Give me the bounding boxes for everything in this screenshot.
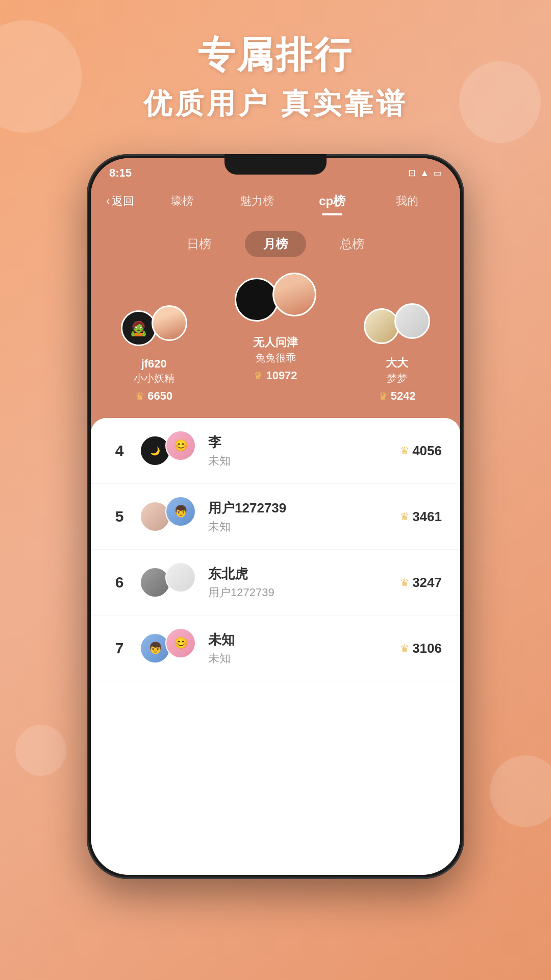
list-4-name2: 未知 [208,453,400,469]
podium-2-av1: 🧟 [121,310,157,346]
podium-1-avatars [235,273,316,329]
list-7-names: 未知 未知 [208,631,400,666]
list-5-score-num: 3461 [412,509,442,525]
list-4-score-num: 4056 [412,443,442,459]
status-icons: ⊡ ▲ ▭ [408,167,442,179]
list-item-4: 4 🌙 😊 李 未知 ♛ 4056 [91,418,460,484]
sub-tab-daily[interactable]: 日榜 [168,231,230,257]
list-4-names: 李 未知 [208,433,400,469]
bg-decoration-2 [459,61,541,143]
podium-rank-1: 无人问津 兔兔很乖 ♛ 10972 [212,273,339,382]
list-5-av2: 👦 [165,496,196,527]
tab-haobang[interactable]: 壕榜 [144,189,219,213]
tab-cpbang[interactable]: cp榜 [295,189,370,213]
list-4-name1: 李 [208,433,400,451]
nav-tabs: ‹ 返回 壕榜 魅力榜 cp榜 我的 [91,184,460,218]
headline-1: 专属排行 [143,31,408,80]
bg-decoration-4 [490,755,551,827]
podium-3-name2: 梦梦 [387,372,407,385]
podium-section: 🧟 jf620 小小妖精 ♛ 6650 [91,273,460,403]
list-4-avatars: 🌙 😊 [140,430,196,471]
podium-2-score: ♛ 6650 [135,389,172,403]
podium-3-avatars [364,303,430,349]
podium-2-name2: 小小妖精 [134,372,174,385]
list-7-name1: 未知 [208,631,400,649]
podium-1-av2 [272,273,316,316]
list-6-crown-icon: ♛ [400,576,409,589]
headline-2: 优质用户 真实靠谱 [143,85,408,124]
list-5-names: 用户1272739 未知 [208,499,400,534]
rank-5: 5 [109,508,130,525]
phone-notch [224,154,327,175]
sub-tab-total[interactable]: 总榜 [321,231,383,257]
list-item-7: 7 👦 😊 未知 未知 ♛ 3106 [91,616,460,681]
list-item-6: 6 东北虎 用户1272739 ♛ 3247 [91,550,460,616]
podium-3-av1 [364,308,399,344]
list-4-crown-icon: ♛ [400,445,409,457]
crown-1-icon: ♛ [254,370,263,382]
phone-mockup: 8:15 ⊡ ▲ ▭ ‹ 返回 壕榜 [87,154,464,879]
podium-2-name1: jf620 [141,357,167,371]
podium-rank-2: 🧟 jf620 小小妖精 ♛ 6650 [101,305,207,403]
podium-1-score-num: 10972 [266,369,297,382]
back-label: 返回 [112,193,134,209]
podium-3-score-num: 5242 [391,389,416,403]
podium-1-score: ♛ 10972 [254,369,297,382]
list-6-avatars [140,562,196,603]
wifi-icon: ▲ [420,168,429,179]
crown-3-icon: ♛ [379,390,388,402]
list-7-name2: 未知 [208,651,400,666]
bg-decoration-3 [15,725,66,776]
podium-3-score: ♛ 5242 [379,389,416,403]
list-6-score: ♛ 3247 [400,575,442,591]
list-6-name2: 用户1272739 [208,585,400,600]
list-6-names: 东北虎 用户1272739 [208,565,400,600]
sub-tabs: 日榜 月榜 总榜 [91,231,460,257]
podium-3-av2 [394,303,430,339]
phone-screen: 8:15 ⊡ ▲ ▭ ‹ 返回 壕榜 [91,158,460,875]
list-7-score-num: 3106 [412,641,442,656]
bg-decoration-1 [0,20,82,133]
back-button[interactable]: ‹ 返回 [106,193,134,209]
crown-2-icon: ♛ [135,390,144,402]
header-section: 专属排行 优质用户 真实靠谱 [143,31,408,124]
ranking-list: 4 🌙 😊 李 未知 ♛ 4056 5 [91,418,460,875]
list-6-name1: 东北虎 [208,565,400,583]
sub-tab-monthly[interactable]: 月榜 [245,231,306,257]
podium-1-name2: 兔兔很乖 [255,351,296,365]
list-5-score: ♛ 3461 [400,509,442,525]
podium-2-avatars: 🧟 [121,305,187,351]
list-4-av2: 😊 [165,430,196,461]
list-7-av2: 😊 [165,628,196,658]
list-5-name1: 用户1272739 [208,499,400,517]
rank-6: 6 [109,574,130,591]
rank-7: 7 [109,640,130,657]
list-5-crown-icon: ♛ [400,510,409,523]
list-6-score-num: 3247 [412,575,442,591]
podium-2-score-num: 6650 [147,389,172,403]
tab-meilihang[interactable]: 魅力榜 [220,189,295,213]
podium-2-av2 [152,305,187,341]
battery-icon: ▭ [433,167,442,179]
podium-1-name1: 无人问津 [253,335,298,350]
list-5-name2: 未知 [208,519,400,534]
list-4-score: ♛ 4056 [400,443,442,459]
rank-4: 4 [109,442,130,459]
podium-1-av1 [235,278,279,322]
list-item-5: 5 👦 用户1272739 未知 ♛ 3461 [91,484,460,550]
tab-wode[interactable]: 我的 [370,189,445,213]
status-time: 8:15 [109,166,132,180]
podium-rank-3: 大大 梦梦 ♛ 5242 [344,303,450,403]
podium-3-name1: 大大 [386,355,408,371]
list-7-avatars: 👦 😊 [140,628,196,669]
list-6-av2 [165,562,196,593]
list-5-avatars: 👦 [140,496,196,537]
list-7-crown-icon: ♛ [400,642,409,654]
vibrate-icon: ⊡ [408,167,416,179]
list-7-score: ♛ 3106 [400,641,442,656]
